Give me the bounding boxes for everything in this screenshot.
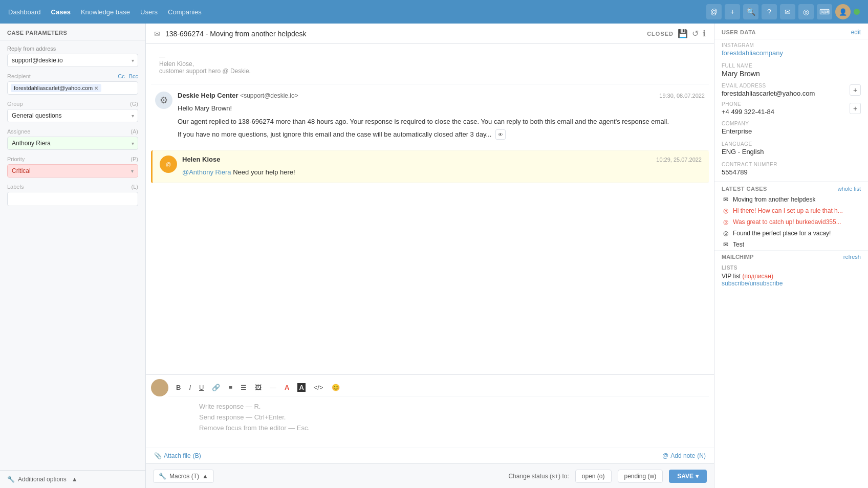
- subscribed-status: (подписан): [742, 273, 773, 280]
- labels-field: Labels (L): [7, 184, 138, 206]
- code-btn[interactable]: </>: [311, 382, 326, 393]
- circle-icon-btn[interactable]: ◎: [798, 4, 814, 19]
- instagram-value[interactable]: forestdahliacompany: [722, 49, 861, 57]
- nav-companies[interactable]: Companies: [168, 8, 202, 16]
- attach-file-btn[interactable]: 📎 Attach file (B): [154, 452, 201, 459]
- instagram-label: INSTAGRAM: [722, 42, 861, 48]
- macros-btn[interactable]: 🔧 Macros (T) ▲: [153, 470, 214, 483]
- fullname-label: FULL NAME: [722, 63, 861, 69]
- case-text-3: Found the perfect place for a vacay!: [733, 230, 831, 237]
- cc-link[interactable]: Cc: [118, 73, 124, 79]
- bg-color-btn[interactable]: A: [295, 382, 308, 393]
- case-item-0[interactable]: ✉ Moving from another helpdesk: [714, 194, 868, 205]
- add-note-btn[interactable]: @ Add note (N): [662, 452, 706, 459]
- editor-area: B I U 🔗 ≡ ☰ 🖼 — A A </> 😊 Write: [146, 374, 714, 463]
- add-phone-btn[interactable]: +: [850, 103, 861, 114]
- reply-from-select-wrapper: support@deskie.io: [7, 54, 138, 67]
- case-icon-0: ✉: [722, 196, 730, 203]
- recipient-field[interactable]: forestdahliascarlet@yahoo.com ✕: [7, 81, 138, 95]
- save-icon-btn[interactable]: 💾: [678, 29, 688, 38]
- edit-user-btn[interactable]: edit: [851, 29, 861, 36]
- group-select[interactable]: General questions: [7, 109, 138, 122]
- reply-from-select[interactable]: support@deskie.io: [7, 54, 138, 67]
- main-layout: CASE PARAMETERS Reply from address suppo…: [0, 24, 868, 488]
- refresh-btn[interactable]: refresh: [843, 254, 861, 260]
- mail-icon-btn[interactable]: ✉: [780, 4, 795, 19]
- message-header: Deskie Help Center <support@deskie.io> 1…: [178, 92, 705, 99]
- mailchimp-title: Mailchimp: [722, 254, 753, 260]
- nav-icon-group: @ + 🔍 ? ✉ ◎ ⌨ 👤: [706, 4, 860, 19]
- phone-value: +4 499 322-41-84: [722, 108, 774, 116]
- right-panel-header: USER DATA edit: [714, 24, 868, 39]
- emoji-btn[interactable]: 😊: [329, 382, 342, 393]
- phone-label: PHONE: [722, 101, 774, 107]
- bold-btn[interactable]: B: [173, 382, 183, 393]
- add-icon-btn[interactable]: +: [725, 4, 740, 19]
- whole-list-link[interactable]: whole list: [838, 186, 861, 192]
- save-label: SAVE: [677, 473, 693, 480]
- subscribe-link[interactable]: subscribe/unsubscribe: [722, 280, 783, 287]
- group-field: Group (G) General questions: [7, 101, 138, 122]
- case-parameters-header: CASE PARAMETERS: [0, 24, 145, 40]
- italic-btn[interactable]: I: [186, 382, 193, 393]
- email-value: forestdahliascarlet@yahoo.com: [722, 90, 815, 97]
- fullname-field: FULL NAME Mary Brown: [714, 60, 868, 81]
- nav-users[interactable]: Users: [140, 8, 158, 16]
- history-icon-btn[interactable]: ↺: [692, 29, 699, 38]
- mention-message-with-avatar: @ Helen Kiose 10:29, 25.07.2022 @Anthony…: [160, 156, 702, 178]
- case-item-2[interactable]: ◎ Was great to catch up! burkedavid355..…: [714, 216, 868, 228]
- priority-label: Priority (P): [7, 156, 138, 162]
- email-icon-btn[interactable]: @: [706, 4, 722, 19]
- phone-field-row: PHONE +4 499 322-41-84 +: [714, 99, 868, 118]
- ol-btn[interactable]: ≡: [226, 382, 235, 393]
- add-note-label: Add note: [670, 452, 695, 459]
- assignee-select[interactable]: Anthony Riera: [7, 137, 138, 150]
- mention-link[interactable]: @Anthony Riera: [182, 168, 231, 176]
- attach-file-label: Attach file: [164, 452, 191, 459]
- company-field: COMPANY Enterprise: [714, 118, 868, 138]
- info-icon-btn[interactable]: ℹ: [703, 29, 706, 38]
- signature-block: — Helen Kiose, customer support hero @ D…: [151, 44, 709, 84]
- editor-content[interactable]: Write response — R. Send response — Ctrl…: [168, 396, 709, 448]
- keyboard-icon-btn[interactable]: ⌨: [817, 4, 832, 19]
- ul-btn[interactable]: ☰: [238, 382, 249, 393]
- recipient-field-group: Recipient Cc Bcc forestdahliascarlet@yah…: [7, 73, 138, 95]
- case-item-3[interactable]: ◎ Found the perfect place for a vacay!: [714, 228, 868, 239]
- case-item-1[interactable]: ◎ Hi there! How can I set up a rule that…: [714, 205, 868, 216]
- nav-dashboard[interactable]: Dashboard: [8, 8, 41, 16]
- image-btn[interactable]: 🖼: [252, 382, 264, 393]
- note-shortcut: (N): [697, 452, 706, 459]
- remove-recipient-btn[interactable]: ✕: [94, 85, 98, 91]
- add-email-btn[interactable]: +: [850, 84, 861, 96]
- right-panel: USER DATA edit INSTAGRAM forestdahliacom…: [714, 24, 868, 488]
- mailchimp-section: Mailchimp refresh: [714, 250, 868, 263]
- additional-options-footer[interactable]: 🔧 Additional options ▲: [0, 470, 145, 488]
- save-dropdown-icon[interactable]: ▾: [696, 473, 699, 480]
- link-btn[interactable]: 🔗: [209, 382, 223, 393]
- editor-footer: 📎 Attach file (B) @ Add note (N): [146, 448, 714, 463]
- pending-status-btn[interactable]: pending (w): [618, 470, 663, 483]
- case-item-4[interactable]: ✉ Test: [714, 239, 868, 250]
- open-status-btn[interactable]: open (o): [575, 470, 612, 483]
- instagram-field: INSTAGRAM forestdahliacompany: [714, 39, 868, 60]
- nav-cases[interactable]: Cases: [51, 8, 71, 16]
- top-nav: Dashboard Cases Knowledge base Users Com…: [0, 0, 868, 24]
- help-icon-btn[interactable]: ?: [762, 4, 777, 19]
- search-icon-btn[interactable]: 🔍: [743, 4, 758, 19]
- nav-knowledge-base[interactable]: Knowledge base: [81, 8, 130, 16]
- email-label: EMAIL ADDRESS: [722, 83, 815, 88]
- text-color-btn[interactable]: A: [282, 382, 292, 393]
- system-message: ⚙ Deskie Help Center <support@deskie.io>…: [151, 84, 709, 150]
- macros-label: Macros (T): [169, 473, 199, 480]
- user-avatar[interactable]: 👤: [835, 4, 851, 19]
- show-more-btn[interactable]: 👁: [495, 129, 506, 140]
- hr-btn[interactable]: —: [267, 382, 279, 393]
- editor-placeholder-line2: Send response — Ctrl+Enter.: [199, 413, 286, 421]
- priority-select[interactable]: Critical: [8, 165, 138, 177]
- labels-input[interactable]: [7, 192, 138, 206]
- list-name: VIP list: [722, 273, 742, 280]
- save-btn[interactable]: SAVE ▾: [669, 470, 707, 483]
- bcc-link[interactable]: Bcc: [129, 73, 138, 79]
- lists-section: LISTS VIP list (подписан) subscribe/unsu…: [714, 263, 868, 291]
- underline-btn[interactable]: U: [197, 382, 206, 393]
